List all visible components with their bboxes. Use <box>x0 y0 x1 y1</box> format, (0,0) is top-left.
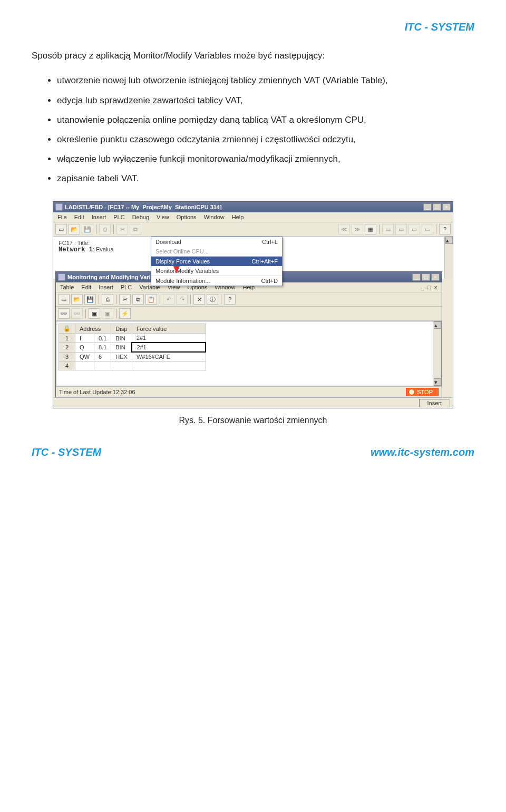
scrollbar-vertical[interactable]: ▴ ▾ <box>433 321 441 386</box>
brand-header: ITC - SYSTEM <box>32 21 474 33</box>
modify-icon[interactable]: ▣ <box>89 308 100 319</box>
bullet-list: utworzenie nowej lub otworzenie istnieją… <box>32 73 474 185</box>
bullet-item: zapisanie tabeli VAT. <box>57 171 474 185</box>
app-icon <box>58 273 65 281</box>
block2-icon[interactable]: ▭ <box>395 224 407 234</box>
help-icon[interactable]: ? <box>224 294 236 305</box>
dropdown-display-force-values[interactable]: Display Force Values Ctrl+Alt+F <box>151 257 282 266</box>
col-lock-icon: 🔒 <box>59 324 75 334</box>
main-titlebar: LAD/STL/FBD - [FC17 -- My_Project\My_Sta… <box>53 202 453 212</box>
figure-screenshot: LAD/STL/FBD - [FC17 -- My_Project\My_Sta… <box>53 201 453 425</box>
bullet-item: utanowienie połączenia online pomiędzy d… <box>57 113 474 127</box>
table-row[interactable]: 4 <box>59 361 206 370</box>
close-button[interactable]: × <box>442 203 451 211</box>
module-icon[interactable]: ▦ <box>365 224 376 234</box>
bullet-item: określenie punktu czasowego odczytania z… <box>57 132 474 146</box>
new-icon[interactable]: ▭ <box>58 294 70 305</box>
main-menubar: File Edit Insert PLC Debug View Options … <box>53 212 453 222</box>
monitor2-icon[interactable]: 👓 <box>71 308 83 319</box>
close-button[interactable]: × <box>431 273 440 281</box>
bullet-item: utworzenie nowej lub otworzenie istnieją… <box>57 73 474 87</box>
menu-help[interactable]: Help <box>232 214 244 220</box>
dropdown-select-online-cpu: Select Online CPU... <box>151 247 282 256</box>
sub-toolbar-2: 👓 👓 ▣ ▣ ⚡ <box>56 307 442 321</box>
paste-icon[interactable]: 📋 <box>145 294 157 305</box>
table-row[interactable]: 1 I 0.1 BIN 2#1 <box>59 334 206 343</box>
modify2-icon[interactable]: ▣ <box>102 308 113 319</box>
menu-insert[interactable]: Insert <box>92 214 106 220</box>
print-icon[interactable]: ⎙ <box>99 224 111 234</box>
stop-indicator: STOP <box>406 388 439 396</box>
maximize-button[interactable]: □ <box>433 203 441 211</box>
menu-table[interactable]: Table <box>60 284 74 290</box>
page-footer: ITC - SYSTEM www.itc-system.com <box>0 446 506 471</box>
network-label: Network 1 <box>59 246 93 253</box>
menu-options[interactable]: Options <box>177 214 197 220</box>
maximize-button[interactable]: □ <box>422 273 430 281</box>
undo-icon[interactable]: ↶ <box>163 294 174 305</box>
figure-caption: Rys. 5. Forsowanie wartości zmiennych <box>53 416 453 425</box>
footer-url: www.itc-system.com <box>371 446 474 458</box>
dropdown-module-information[interactable]: Module Information... Ctrl+D <box>151 276 282 286</box>
bullet-item: włączenie lub wyłączenie funkcji monitor… <box>57 152 474 166</box>
table-row[interactable]: 2 Q 8.1 BIN 2#1 <box>59 343 206 352</box>
menu-edit[interactable]: Edit <box>74 214 84 220</box>
copy-icon[interactable]: ⧉ <box>132 294 144 305</box>
dropdown-monitor-modify-variables[interactable]: Monitor/Modify Variables <box>151 266 282 276</box>
minimize-button[interactable]: _ <box>412 273 421 281</box>
info-icon[interactable]: ⓘ <box>207 294 218 305</box>
block4-icon[interactable]: ▭ <box>422 224 433 234</box>
cut-icon[interactable]: ✂ <box>119 294 131 305</box>
block3-icon[interactable]: ▭ <box>408 224 420 234</box>
open-icon[interactable]: 📂 <box>71 294 83 305</box>
menu-insert[interactable]: Insert <box>99 284 113 290</box>
dropdown-download[interactable]: Download Ctrl+L <box>151 237 282 247</box>
menu-edit[interactable]: Edit <box>81 284 91 290</box>
bullet-item: edycja lub sprawdzenie zawartości tablic… <box>57 93 474 107</box>
cut-icon[interactable]: ✂ <box>116 224 128 234</box>
menu-file[interactable]: File <box>57 214 67 220</box>
block1-icon[interactable]: ▭ <box>382 224 394 234</box>
intro-paragraph: Sposób pracy z aplikacją Monitor/Modify … <box>32 49 474 63</box>
open-icon[interactable]: 📂 <box>69 224 80 234</box>
help-icon[interactable]: ? <box>439 224 451 234</box>
main-toolbar: ▭ 📂 💾 ⎙ ✂ ⧉ ≪ ≫ ▦ ▭ ▭ ▭ ▭ ? <box>53 222 453 237</box>
nav-back-icon[interactable]: ≪ <box>338 224 350 234</box>
save-icon[interactable]: 💾 <box>82 224 93 234</box>
stop-led-icon <box>408 389 415 395</box>
new-icon[interactable]: ▭ <box>55 224 67 234</box>
sub-statusbar: Time of Last Update:12:32:06 STOP <box>56 386 442 397</box>
menu-window[interactable]: Window <box>204 214 225 220</box>
sub-window: Monitoring and Modifying Variables - [Fo… <box>53 271 453 397</box>
variable-table: 🔒 Address Disp Force value 1 I 0.1 BIN 2… <box>59 324 206 370</box>
menu-view[interactable]: View <box>157 214 169 220</box>
variable-pane: 🔒 Address Disp Force value 1 I 0.1 BIN 2… <box>56 321 442 386</box>
plc-dropdown: Download Ctrl+L Select Online CPU... Dis… <box>151 237 283 286</box>
sub-toolbar-1: ▭ 📂 💾 ⎙ ✂ ⧉ 📋 ↶ ↷ ✕ ⓘ <box>56 292 442 307</box>
scroll-up-icon[interactable]: ▴ <box>434 321 441 329</box>
monitor-icon[interactable]: 👓 <box>58 308 70 319</box>
selected-cell: 2#1 <box>132 343 206 352</box>
save-icon[interactable]: 💾 <box>84 294 96 305</box>
menu-debug[interactable]: Debug <box>132 214 149 220</box>
menu-plc[interactable]: PLC <box>121 284 132 290</box>
cross-icon[interactable]: ✕ <box>193 294 205 305</box>
scroll-up-icon[interactable]: ▴ <box>445 237 453 244</box>
scroll-down-icon[interactable]: ▾ <box>434 378 441 386</box>
table-row[interactable]: 3 QW 6 HEX W#16#CAFE <box>59 352 206 361</box>
menu-plc[interactable]: PLC <box>113 214 124 220</box>
footer-brand: ITC - SYSTEM <box>32 446 101 458</box>
stop-label: STOP <box>417 389 433 395</box>
print-icon[interactable]: ⎙ <box>102 294 113 305</box>
copy-icon[interactable]: ⧉ <box>130 224 141 234</box>
redo-icon[interactable]: ↷ <box>176 294 188 305</box>
app-icon <box>55 203 63 211</box>
status-time: Time of Last Update:12:32:06 <box>59 389 135 395</box>
main-title: LAD/STL/FBD - [FC17 -- My_Project\My_Sta… <box>65 204 423 210</box>
network-suffix: : Evalua <box>93 246 114 252</box>
insert-indicator: Insert <box>419 399 450 407</box>
force-icon[interactable]: ⚡ <box>119 308 131 319</box>
main-window: LAD/STL/FBD - [FC17 -- My_Project\My_Sta… <box>53 201 453 408</box>
minimize-button[interactable]: _ <box>423 203 432 211</box>
nav-fwd-icon[interactable]: ≫ <box>352 224 363 234</box>
